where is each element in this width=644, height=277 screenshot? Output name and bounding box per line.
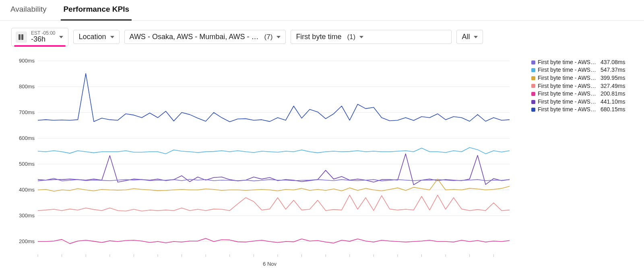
legend-value: 680.15ms	[601, 106, 625, 114]
svg-text:900ms: 900ms	[19, 58, 35, 64]
line-chart[interactable]: 200ms300ms400ms500ms600ms700ms800ms900ms…	[14, 57, 514, 275]
controls-bar: EST -05:00 -36h Location AWS - Osaka, AW…	[0, 21, 644, 49]
legend-swatch	[531, 92, 535, 96]
svg-text:500ms: 500ms	[19, 161, 35, 167]
scope-selector[interactable]: All	[456, 30, 483, 44]
legend-swatch	[531, 60, 535, 65]
metric-count: (1)	[347, 33, 355, 41]
svg-text:700ms: 700ms	[19, 109, 35, 115]
legend-label: First byte time - AWS…	[538, 98, 598, 106]
legend-swatch	[531, 100, 535, 104]
legend-item[interactable]: First byte time - AWS…437.08ms	[531, 58, 640, 67]
legend: First byte time - AWS…437.08msFirst byte…	[531, 57, 640, 276]
location-value: AWS - Osaka, AWS - Mumbai, AWS - …	[130, 33, 259, 41]
legend-label: First byte time - AWS…	[538, 82, 598, 90]
legend-item[interactable]: First byte time - AWS…547.37ms	[531, 66, 640, 74]
legend-item[interactable]: First byte time - AWS…399.95ms	[531, 74, 640, 82]
columns-icon	[16, 31, 27, 43]
legend-value: 547.37ms	[601, 66, 625, 74]
svg-text:200ms: 200ms	[19, 238, 35, 244]
active-underline	[14, 45, 66, 47]
chevron-down-icon	[474, 36, 478, 38]
tab-availability[interactable]: Availability	[8, 0, 49, 21]
chevron-down-icon	[359, 36, 363, 38]
svg-text:800ms: 800ms	[19, 83, 35, 90]
legend-swatch	[531, 84, 535, 88]
time-range-value: -36h	[31, 35, 55, 44]
svg-text:600ms: 600ms	[19, 135, 35, 141]
metric-value: First byte time	[296, 33, 341, 41]
chevron-down-icon	[277, 36, 281, 38]
legend-item[interactable]: First byte time - AWS…200.81ms	[531, 90, 640, 98]
tab-bar: Availability Performance KPIs	[0, 0, 644, 21]
legend-label: First byte time - AWS…	[538, 66, 598, 74]
legend-item[interactable]: First byte time - AWS…327.49ms	[531, 82, 640, 90]
legend-label: First byte time - AWS…	[538, 90, 598, 98]
chevron-down-icon	[110, 36, 114, 38]
legend-value: 437.08ms	[601, 58, 625, 67]
legend-label: First byte time - AWS…	[538, 74, 598, 82]
location-count: (7)	[264, 33, 273, 41]
time-range-selector[interactable]: EST -05:00 -36h	[11, 28, 68, 46]
legend-swatch	[531, 68, 535, 72]
chart-container: 200ms300ms400ms500ms600ms700ms800ms900ms…	[0, 49, 644, 277]
legend-value: 327.49ms	[601, 82, 625, 90]
legend-label: First byte time - AWS…	[538, 58, 598, 67]
tab-performance-kpis[interactable]: Performance KPIs	[61, 0, 132, 21]
metric-selector[interactable]: First byte time (1)	[291, 30, 452, 44]
svg-text:300ms: 300ms	[19, 212, 35, 219]
svg-text:400ms: 400ms	[19, 187, 35, 193]
legend-item[interactable]: First byte time - AWS…441.10ms	[531, 98, 640, 106]
legend-item[interactable]: First byte time - AWS…680.15ms	[531, 106, 640, 114]
location-selector[interactable]: AWS - Osaka, AWS - Mumbai, AWS - … (7)	[124, 30, 286, 44]
chevron-down-icon	[59, 36, 63, 38]
scope-value: All	[462, 33, 470, 41]
legend-label: First byte time - AWS…	[538, 106, 598, 114]
dimension-label: Location	[78, 33, 106, 41]
legend-value: 441.10ms	[601, 98, 625, 106]
legend-value: 399.95ms	[601, 74, 625, 82]
legend-value: 200.81ms	[601, 90, 625, 98]
legend-swatch	[531, 108, 535, 112]
svg-text:6 Nov: 6 Nov	[263, 261, 277, 267]
dimension-selector[interactable]: Location	[73, 30, 119, 44]
legend-swatch	[531, 76, 535, 80]
